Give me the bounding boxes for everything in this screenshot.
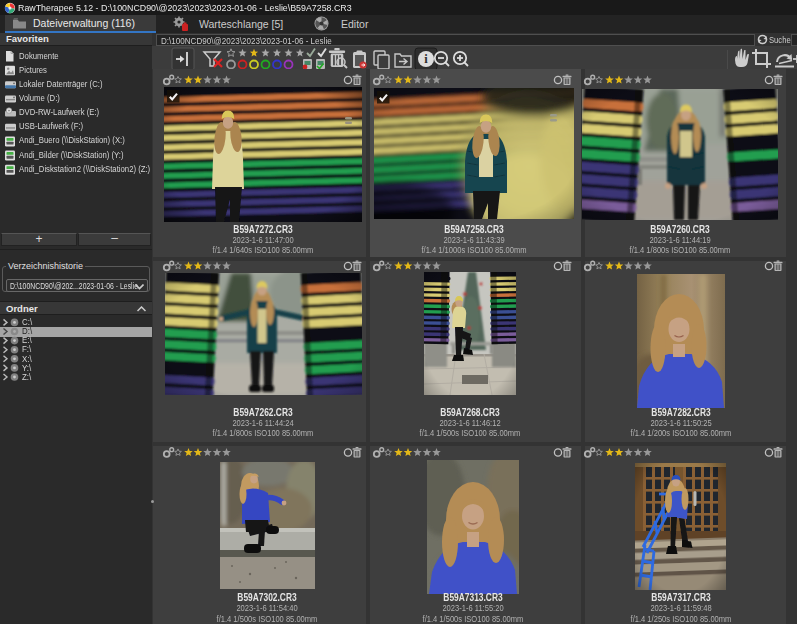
svg-text:i: i (424, 52, 428, 66)
